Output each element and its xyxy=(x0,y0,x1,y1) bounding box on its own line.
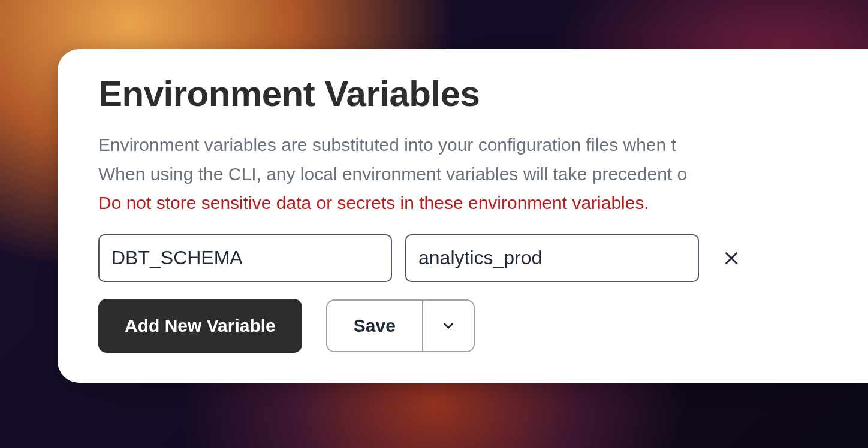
variable-key-input[interactable] xyxy=(98,234,392,282)
save-dropdown-toggle[interactable] xyxy=(422,301,474,351)
chevron-down-icon xyxy=(441,318,456,334)
close-icon xyxy=(723,250,740,267)
warning-text: Do not store sensitive data or secrets i… xyxy=(98,189,832,217)
description-line-1: Environment variables are substituted in… xyxy=(98,131,832,159)
remove-variable-button[interactable] xyxy=(717,244,746,273)
save-split-button: Save xyxy=(326,299,475,352)
add-new-variable-button[interactable]: Add New Variable xyxy=(98,299,302,353)
save-button[interactable]: Save xyxy=(327,301,422,351)
description-line-2: When using the CLI, any local environmen… xyxy=(98,161,832,189)
action-buttons: Add New Variable Save xyxy=(98,299,832,353)
variable-row xyxy=(98,234,832,282)
env-vars-panel: Environment Variables Environment variab… xyxy=(58,49,868,383)
panel-title: Environment Variables xyxy=(98,73,832,114)
variable-value-input[interactable] xyxy=(405,234,699,282)
